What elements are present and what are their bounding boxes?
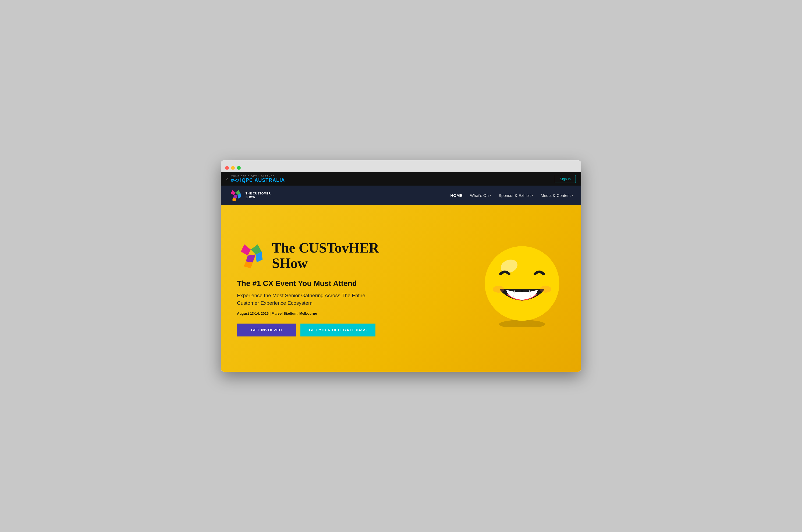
svg-marker-9: [246, 255, 256, 263]
back-arrow[interactable]: ‹: [226, 176, 228, 182]
nav-logo-text: THE CUSTOMER SHOW: [246, 191, 271, 199]
nav-sponsor[interactable]: Sponsor & Exhibit ▾: [499, 193, 533, 198]
hero-title-line1: The CUSTovHER: [272, 240, 379, 255]
maximize-button[interactable]: [237, 166, 241, 170]
nav-home[interactable]: HOME: [450, 193, 462, 198]
svg-marker-7: [241, 245, 251, 255]
iqpc-name: IQPC AUSTRALIA: [240, 177, 285, 183]
navbar: THE CUSTOMER SHOW HOME What's On ▾ Spons…: [221, 186, 581, 205]
hero-date: August 13-14, 2025 | Marvel Stadium, Mel…: [237, 311, 379, 316]
sign-in-button[interactable]: Sign In: [555, 175, 576, 183]
close-button[interactable]: [225, 166, 229, 170]
hero-logo-area: The CUSTovHER SHow: [237, 240, 379, 271]
svg-point-18: [493, 286, 504, 292]
browser-window: ‹ YOUR B2B DIGITAL PARTNER IQPC AUSTRALI…: [221, 160, 581, 372]
topbar: ‹ YOUR B2B DIGITAL PARTNER IQPC AUSTRALI…: [221, 172, 581, 186]
hero-emoji: [479, 241, 565, 327]
iqpc-subtitle: YOUR B2B DIGITAL PARTNER: [231, 175, 285, 177]
nav-logo-diamond: [229, 188, 243, 202]
svg-point-13: [485, 246, 559, 321]
nav-logo[interactable]: THE CUSTOMER SHOW: [229, 188, 271, 202]
hero-content: The CUSTovHER SHow The #1 CX Event You M…: [237, 240, 379, 337]
hero-tagline: The #1 CX Event You Must Attend: [237, 279, 379, 288]
nav-menu: HOME What's On ▾ Sponsor & Exhibit ▾ Med…: [450, 193, 573, 198]
hero-description: Experience the Most Senior Gathering Acr…: [237, 292, 377, 307]
svg-point-12: [499, 320, 545, 327]
svg-marker-2: [231, 190, 235, 195]
hero-show-title: The CUSTovHER SHow: [272, 240, 379, 271]
hero-buttons: GET INVOLVED GET YOUR DELEGATE PASS: [237, 324, 379, 337]
hero-diamond-logo: [237, 241, 267, 270]
media-arrow: ▾: [572, 194, 573, 197]
browser-content: ‹ YOUR B2B DIGITAL PARTNER IQPC AUSTRALI…: [221, 172, 581, 372]
hero-title-line2: SHow: [272, 255, 379, 271]
nav-whats-on[interactable]: What's On ▾: [470, 193, 491, 198]
browser-chrome: [221, 160, 581, 172]
sponsor-arrow: ▾: [532, 194, 533, 197]
minimize-button[interactable]: [231, 166, 235, 170]
svg-marker-6: [232, 198, 236, 201]
delegate-pass-button[interactable]: GET YOUR DELEGATE PASS: [301, 324, 376, 337]
nav-media[interactable]: Media & Content ▾: [540, 193, 573, 198]
iqpc-logo: YOUR B2B DIGITAL PARTNER IQPC AUSTRALIA: [231, 175, 285, 183]
get-involved-button[interactable]: GET INVOLVED: [237, 324, 296, 337]
laughing-emoji-svg: [479, 241, 565, 327]
svg-point-19: [540, 286, 551, 292]
svg-marker-11: [244, 262, 253, 268]
whats-on-arrow: ▾: [490, 194, 491, 197]
iqpc-brand[interactable]: IQPC AUSTRALIA: [231, 177, 285, 183]
svg-marker-4: [233, 195, 238, 198]
topbar-left: ‹ YOUR B2B DIGITAL PARTNER IQPC AUSTRALI…: [226, 175, 285, 183]
infinity-icon: [231, 178, 238, 182]
hero-section: The CUSTovHER SHow The #1 CX Event You M…: [221, 205, 581, 372]
